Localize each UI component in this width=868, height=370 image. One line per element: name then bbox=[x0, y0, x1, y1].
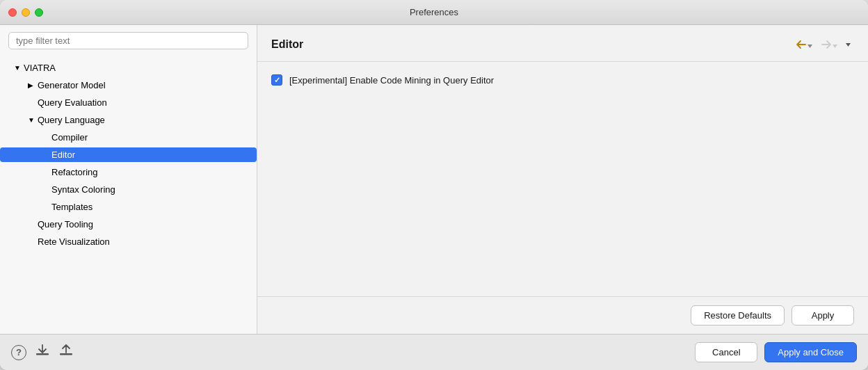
tree-label-generator-model: Generator Model bbox=[38, 80, 106, 90]
traffic-lights bbox=[8, 8, 43, 17]
tree-item-syntax-coloring[interactable]: Syntax Coloring bbox=[0, 181, 257, 198]
tree-arrow-generator-model: ▶ bbox=[28, 81, 35, 89]
chevron-down-icon bbox=[807, 38, 812, 51]
tree-item-templates[interactable]: Templates bbox=[0, 198, 257, 216]
panel-footer-buttons: Restore Defaults Apply bbox=[257, 296, 868, 334]
checkbox-row: [Experimental] Enable Code Mining in Que… bbox=[271, 74, 854, 86]
tree-item-query-language[interactable]: ▼ Query Language bbox=[0, 111, 257, 129]
minimize-button[interactable] bbox=[22, 8, 30, 17]
tree-arrow-viatra: ▼ bbox=[14, 64, 21, 72]
tree-arrow-refactoring bbox=[42, 168, 49, 176]
preferences-window: Preferences ▼ VIATRA ▶ Generator Model bbox=[0, 0, 868, 370]
bottom-left-icons: ? bbox=[11, 344, 74, 361]
tree-item-query-tooling[interactable]: Query Tooling bbox=[0, 216, 257, 233]
tree-label-rete-visualization: Rete Visualization bbox=[38, 236, 110, 247]
tree-item-rete-visualization[interactable]: Rete Visualization bbox=[0, 233, 257, 250]
tree-arrow-syntax-coloring bbox=[42, 186, 49, 193]
right-panel: Editor bbox=[257, 25, 868, 334]
tree-label-query-tooling: Query Tooling bbox=[38, 219, 93, 230]
tree-label-compiler: Compiler bbox=[51, 132, 88, 143]
close-button[interactable] bbox=[8, 8, 17, 17]
restore-defaults-button[interactable]: Restore Defaults bbox=[691, 305, 785, 325]
apply-and-close-button[interactable]: Apply and Close bbox=[764, 342, 857, 362]
tree-item-refactoring[interactable]: Refactoring bbox=[0, 163, 257, 181]
enable-code-mining-checkbox[interactable] bbox=[271, 74, 282, 86]
apply-button[interactable]: Apply bbox=[791, 305, 854, 325]
forward-button[interactable] bbox=[817, 36, 841, 53]
tree: ▼ VIATRA ▶ Generator Model Query Evaluat bbox=[0, 56, 257, 334]
tree-item-query-evaluation[interactable]: Query Evaluation bbox=[0, 94, 257, 111]
tree-label-viatra: VIATRA bbox=[24, 63, 56, 73]
window-title: Preferences bbox=[410, 7, 458, 17]
maximize-button[interactable] bbox=[35, 8, 43, 17]
panel-title: Editor bbox=[271, 38, 303, 51]
import-icon[interactable] bbox=[35, 344, 50, 361]
help-icon[interactable]: ? bbox=[11, 345, 26, 360]
tree-item-editor[interactable]: Editor bbox=[0, 146, 257, 163]
tree-arrow-editor bbox=[42, 151, 49, 159]
tree-arrow-rete-visualization bbox=[28, 238, 35, 246]
tree-label-query-evaluation: Query Evaluation bbox=[38, 97, 107, 108]
tree-item-compiler[interactable]: Compiler bbox=[0, 129, 257, 146]
back-button[interactable] bbox=[792, 36, 816, 53]
tree-label-editor: Editor bbox=[51, 150, 75, 160]
bottom-right-buttons: Cancel Apply and Close bbox=[695, 342, 857, 362]
tree-label-syntax-coloring: Syntax Coloring bbox=[51, 184, 115, 195]
svg-rect-0 bbox=[36, 353, 49, 355]
sidebar: ▼ VIATRA ▶ Generator Model Query Evaluat bbox=[0, 25, 257, 334]
tree-arrow-query-evaluation bbox=[28, 99, 35, 106]
tree-label-query-language: Query Language bbox=[38, 115, 105, 125]
export-icon[interactable] bbox=[58, 344, 74, 361]
tree-arrow-query-tooling bbox=[28, 220, 35, 228]
tree-arrow-query-language: ▼ bbox=[28, 116, 35, 124]
tree-label-templates: Templates bbox=[51, 202, 93, 212]
main-content: ▼ VIATRA ▶ Generator Model Query Evaluat bbox=[0, 25, 868, 334]
bottom-bar: ? Cancel Apply and Close bbox=[0, 334, 868, 370]
tree-label-refactoring: Refactoring bbox=[51, 167, 97, 177]
filter-input[interactable] bbox=[8, 32, 248, 49]
panel-header: Editor bbox=[257, 25, 868, 62]
cancel-button[interactable]: Cancel bbox=[695, 342, 757, 362]
tree-item-viatra[interactable]: ▼ VIATRA bbox=[0, 59, 257, 77]
panel-dropdown-button[interactable] bbox=[842, 41, 854, 49]
checkbox-label: [Experimental] Enable Code Mining in Que… bbox=[289, 75, 494, 86]
panel-body: [Experimental] Enable Code Mining in Que… bbox=[257, 62, 868, 296]
tree-arrow-templates bbox=[42, 203, 49, 211]
panel-nav-icons bbox=[792, 36, 854, 53]
svg-rect-1 bbox=[60, 353, 72, 355]
titlebar: Preferences bbox=[0, 0, 868, 25]
tree-arrow-compiler bbox=[42, 134, 49, 141]
tree-item-generator-model[interactable]: ▶ Generator Model bbox=[0, 77, 257, 94]
chevron-down-icon-2 bbox=[833, 38, 837, 51]
